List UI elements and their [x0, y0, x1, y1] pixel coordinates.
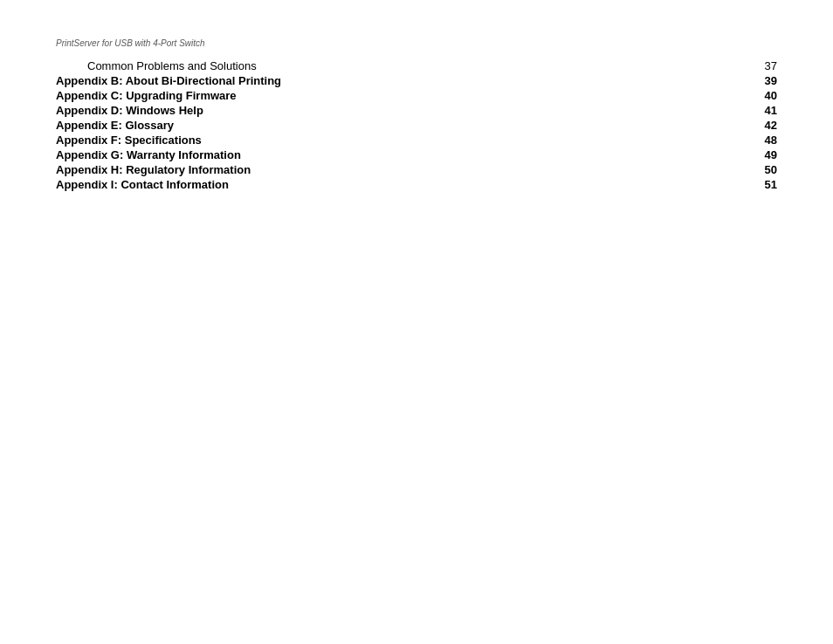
- toc-entry: Appendix D: Windows Help41: [56, 104, 777, 117]
- toc-page-number: 42: [756, 119, 777, 132]
- toc-entry: Appendix H: Regulatory Information50: [56, 163, 777, 176]
- toc-entry: Appendix I: Contact Information51: [56, 178, 777, 191]
- toc-entry-title: Appendix I: Contact Information: [56, 178, 229, 191]
- toc-entry-title: Common Problems and Solutions: [87, 59, 257, 72]
- toc-page-number: 40: [756, 89, 777, 102]
- toc-entry-title: Appendix B: About Bi-Directional Printin…: [56, 74, 281, 87]
- toc-entry: Appendix C: Upgrading Firmware40: [56, 89, 777, 102]
- toc-entry-title: Appendix E: Glossary: [56, 119, 174, 132]
- toc-entry: Appendix G: Warranty Information49: [56, 148, 777, 161]
- toc-entry: Common Problems and Solutions37: [56, 59, 777, 72]
- toc-page-number: 37: [756, 59, 777, 72]
- toc-container: Common Problems and Solutions37Appendix …: [56, 59, 777, 193]
- toc-page-number: 51: [756, 178, 777, 191]
- page-header: PrintServer for USB with 4-Port Switch: [56, 38, 205, 48]
- toc-entry-title: Appendix D: Windows Help: [56, 104, 203, 117]
- toc-entry: Appendix F: Specifications48: [56, 134, 777, 147]
- toc-page-number: 50: [756, 163, 777, 176]
- toc-entry: Appendix B: About Bi-Directional Printin…: [56, 74, 777, 87]
- toc-entry-title: Appendix C: Upgrading Firmware: [56, 89, 237, 102]
- toc-entry-title: Appendix G: Warranty Information: [56, 148, 241, 161]
- toc-entry: Appendix E: Glossary42: [56, 119, 777, 132]
- toc-entry-title: Appendix F: Specifications: [56, 134, 202, 147]
- toc-entry-title: Appendix H: Regulatory Information: [56, 163, 251, 176]
- toc-page-number: 41: [756, 104, 777, 117]
- toc-page-number: 39: [756, 74, 777, 87]
- toc-page-number: 48: [756, 134, 777, 147]
- toc-page-number: 49: [756, 148, 777, 161]
